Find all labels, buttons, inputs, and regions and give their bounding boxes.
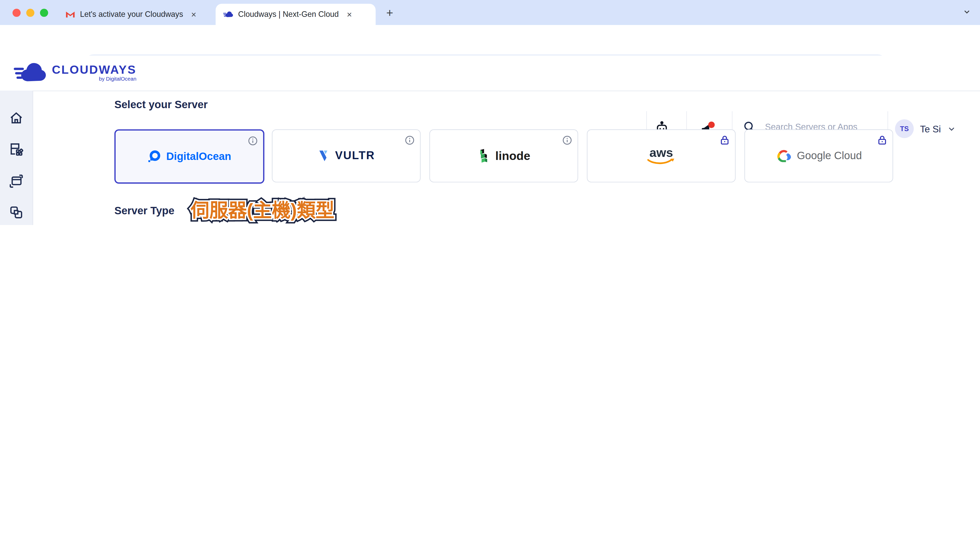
user-name: Te Si [920, 124, 941, 134]
browser-tab-strip: Let's activate your Cloudways × Cloudway… [0, 0, 980, 25]
vultr-logo-icon [318, 149, 330, 162]
provider-name: linode [495, 149, 530, 163]
user-avatar[interactable]: TS [895, 119, 914, 138]
provider-card-digitalocean[interactable]: DigitalOcean [115, 129, 264, 184]
logo-wordmark: CLOUDWAYS [52, 63, 136, 77]
aws-smile-icon [647, 159, 676, 166]
provider-name: VULTR [335, 149, 375, 162]
cloudways-cloud-icon [14, 61, 46, 84]
macos-close-button[interactable] [13, 9, 21, 17]
sidebar-item-home[interactable] [9, 110, 24, 125]
provider-name: DigitalOcean [166, 150, 231, 163]
user-menu[interactable]: TS Te Si [895, 119, 956, 138]
tab-close-icon[interactable]: × [188, 9, 199, 20]
tab-title: Cloudways | Next-Gen Cloud [238, 10, 339, 19]
provider-card-linode[interactable]: linode [429, 129, 578, 183]
server-type-subtitle: Please select the server type that best … [115, 224, 525, 225]
tab-cloudways[interactable]: Cloudways | Next-Gen Cloud × [216, 4, 375, 25]
cloudways-favicon [223, 11, 233, 18]
server-type-title: Server Type [115, 205, 174, 218]
gmail-icon [65, 11, 75, 18]
sidebar-item-servers[interactable] [9, 142, 24, 157]
provider-card-aws[interactable]: aws [587, 129, 736, 183]
cloudways-header: CLOUDWAYS by DigitalOcean [0, 56, 980, 91]
server-type-annotation: 伺服器(主機)類型 伺服器(主機)類型 伺服器(主機)類型 [191, 195, 397, 220]
tab-search-chevron-icon[interactable] [963, 7, 971, 16]
browser-toolbar: unified.cloudways.com/server/create ☆ 示範 [0, 25, 980, 56]
provider-name: Google Cloud [797, 150, 862, 162]
digitalocean-logo-icon [148, 150, 161, 164]
notification-dot [708, 122, 714, 128]
tab-title: Let's activate your Cloudways [80, 10, 183, 19]
googlecloud-logo-icon [776, 149, 792, 162]
macos-minimize-button[interactable] [26, 9, 35, 17]
screen: Let's activate your Cloudways × Cloudway… [0, 0, 980, 225]
sidebar: $ [0, 91, 33, 225]
select-server-title: Select your Server [115, 99, 208, 111]
sidebar-item-integrations[interactable] [9, 205, 24, 220]
linode-logo-icon [477, 148, 490, 164]
provider-card-googlecloud[interactable]: Google Cloud [745, 129, 893, 183]
macos-zoom-button[interactable] [40, 9, 48, 17]
chevron-down-icon [947, 124, 956, 133]
provider-card-vultr[interactable]: VULTR [272, 129, 421, 183]
provider-name: aws [649, 146, 673, 159]
sidebar-item-applications[interactable] [9, 174, 24, 189]
cloudways-logo[interactable]: CLOUDWAYS by DigitalOcean [14, 61, 137, 84]
new-tab-button[interactable]: + [386, 6, 393, 20]
tab-gmail[interactable]: Let's activate your Cloudways × [59, 4, 211, 25]
tab-close-icon[interactable]: × [344, 9, 355, 20]
